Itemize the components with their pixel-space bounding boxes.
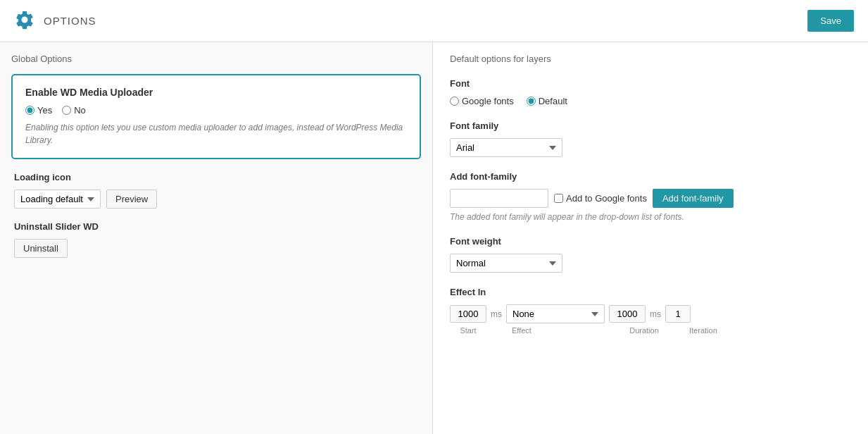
font-weight-label: Font weight (450, 236, 851, 247)
preview-button[interactable]: Preview (106, 190, 157, 209)
effect-in-label: Effect In (450, 287, 851, 297)
effect-in-labels: Start Effect Duration Iteration (450, 326, 851, 335)
save-button[interactable]: Save (807, 10, 854, 32)
font-family-section: Font family Arial Georgia Verdana Helvet… (450, 120, 851, 157)
add-font-hint: The added font family will appear in the… (450, 212, 851, 222)
duration-ms-label: ms (650, 309, 661, 319)
google-fonts-label: Google fonts (462, 96, 514, 106)
effect-start-input[interactable] (450, 305, 486, 323)
default-font-radio[interactable] (527, 97, 536, 106)
add-font-row: Add to Google fonts Add font-family (450, 189, 851, 208)
header: OPTIONS Save (0, 0, 868, 42)
uninstall-label: Uninstall Slider WD (14, 221, 418, 232)
right-panel-title: Default options for layers (450, 54, 851, 64)
google-fonts-radio-label[interactable]: Google fonts (450, 96, 514, 106)
add-to-google-text: Add to Google fonts (566, 193, 647, 204)
wd-uploader-description: Enabling this option lets you use custom… (25, 121, 407, 147)
label-effect: Effect (509, 326, 608, 335)
font-label: Font (450, 78, 851, 89)
header-left: OPTIONS (14, 9, 96, 32)
effect-select[interactable]: None Bounce Flash Pulse Shake Swing Tada (506, 304, 605, 323)
effect-duration-input[interactable] (609, 305, 646, 323)
font-weight-section: Font weight Normal Bold 100 200 300 400 … (450, 236, 851, 273)
label-iteration: Iteration (689, 326, 710, 335)
loading-icon-section: Loading icon Loading default Preview (11, 172, 421, 209)
font-family-label: Font family (450, 120, 851, 131)
start-ms-label: ms (491, 309, 502, 319)
right-panel: Default options for layers Font Google f… (433, 42, 868, 434)
add-font-family-button[interactable]: Add font-family (653, 189, 734, 208)
effect-iteration-input[interactable] (665, 305, 691, 323)
label-duration: Duration (626, 326, 662, 335)
no-radio-label[interactable]: No (62, 105, 86, 116)
wd-uploader-radio-group: Yes No (25, 105, 407, 116)
default-font-radio-label[interactable]: Default (527, 96, 567, 106)
font-family-select[interactable]: Arial Georgia Verdana Helvetica (450, 138, 562, 157)
wd-uploader-box: Enable WD Media Uploader Yes No Enabling… (11, 74, 421, 159)
font-weight-select[interactable]: Normal Bold 100 200 300 400 500 600 700 … (450, 254, 562, 273)
font-family-input[interactable] (450, 189, 548, 208)
add-to-google-label[interactable]: Add to Google fonts (554, 193, 647, 204)
loading-icon-controls: Loading default Preview (14, 190, 418, 209)
add-font-family-section: Add font-family Add to Google fonts Add … (450, 171, 851, 222)
add-font-family-label: Add font-family (450, 171, 851, 182)
page-title: OPTIONS (44, 15, 96, 27)
left-panel-title: Global Options (11, 54, 421, 64)
left-panel: Global Options Enable WD Media Uploader … (0, 42, 433, 434)
no-label: No (74, 105, 86, 116)
label-start: Start (450, 326, 486, 335)
uninstall-section: Uninstall Slider WD Uninstall (11, 221, 421, 258)
main-content: Global Options Enable WD Media Uploader … (0, 42, 868, 434)
effect-in-section: Effect In ms None Bounce Flash Pulse Sha… (450, 287, 851, 335)
loading-icon-label: Loading icon (14, 172, 418, 182)
font-radio-group: Google fonts Default (450, 96, 851, 106)
no-radio[interactable] (62, 106, 71, 115)
uninstall-button[interactable]: Uninstall (14, 239, 68, 258)
effect-in-row: ms None Bounce Flash Pulse Shake Swing T… (450, 304, 851, 323)
wd-uploader-label: Enable WD Media Uploader (25, 87, 407, 98)
default-font-label: Default (539, 96, 567, 106)
loading-icon-select[interactable]: Loading default (14, 190, 101, 209)
font-section: Font Google fonts Default (450, 78, 851, 106)
yes-radio-label[interactable]: Yes (25, 105, 52, 116)
gear-icon (14, 9, 35, 32)
add-to-google-checkbox[interactable] (554, 194, 563, 203)
yes-radio[interactable] (25, 106, 34, 115)
yes-label: Yes (37, 105, 52, 116)
google-fonts-radio[interactable] (450, 97, 459, 106)
